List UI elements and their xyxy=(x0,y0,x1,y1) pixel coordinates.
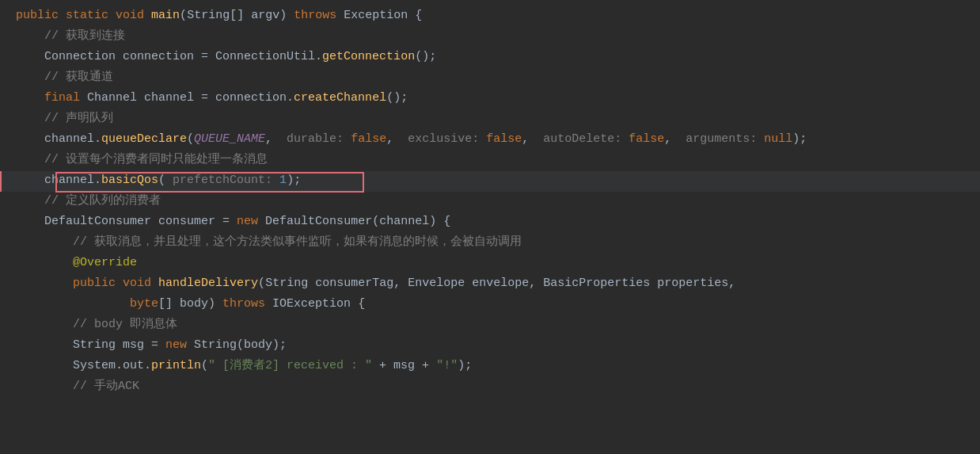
code-line-12: // 获取消息，并且处理，这个方法类似事件监听，如果有消息的时候，会被自动调用 xyxy=(0,233,980,254)
code-line-14: public void handleDelivery ( String cons… xyxy=(0,274,980,295)
code-line-5: final Channel channel = connection. crea… xyxy=(0,89,980,109)
method-main: main xyxy=(151,6,180,25)
keyword-byte: byte xyxy=(130,295,158,314)
keyword-throws-2: throws xyxy=(222,295,265,314)
param-prefetchcount: prefetchCount: xyxy=(165,171,272,190)
type-basicproperties: BasicProperties xyxy=(543,274,650,293)
comment-8: // 手动ACK xyxy=(73,377,139,396)
string-exclaim: "!" xyxy=(436,357,458,376)
type-ioexception: IOException xyxy=(272,295,351,314)
type-string-4: String xyxy=(194,336,237,355)
value-false-1: false xyxy=(351,130,386,149)
keyword-void: void xyxy=(116,6,144,25)
code-line-13: @Override xyxy=(0,254,980,274)
keyword-public: public xyxy=(16,6,59,25)
code-line-6: // 声明队列 xyxy=(0,109,980,130)
method-createchannel: createChannel xyxy=(294,89,386,108)
value-null: null xyxy=(764,130,792,149)
code-line-7: channel. queueDeclare ( QUEUE_NAME , dur… xyxy=(0,130,980,151)
method-getconnection: getConnection xyxy=(322,48,415,67)
type-string-2: String xyxy=(265,274,308,293)
type-envelope: Envelope xyxy=(408,274,465,293)
type-system: System xyxy=(73,357,116,376)
const-queue-name: QUEUE_NAME xyxy=(194,130,265,149)
type-exception: Exception xyxy=(344,6,408,25)
comment-2: // 获取通道 xyxy=(44,68,113,87)
type-connection: Connection xyxy=(44,48,116,67)
keyword-new-2: new xyxy=(165,336,187,355)
code-line-15: byte [] body) throws IOException { xyxy=(0,295,980,315)
param-durable: durable: xyxy=(287,130,344,149)
comment-4: // 设置每个消费者同时只能处理一条消息 xyxy=(44,151,268,170)
comment-7: // body 即消息体 xyxy=(73,315,177,334)
param-arguments: arguments: xyxy=(686,130,757,149)
code-line-16: // body 即消息体 xyxy=(0,315,980,336)
value-false-3: false xyxy=(629,130,664,149)
comment-3: // 声明队列 xyxy=(44,109,113,128)
param-autodelete: autoDelete: xyxy=(543,130,621,149)
code-line-2: // 获取到连接 xyxy=(0,27,980,48)
keyword-static: static xyxy=(66,6,108,25)
code-line-11: DefaultConsumer consumer = new DefaultCo… xyxy=(0,212,980,233)
code-line-3: Connection connection = ConnectionUtil .… xyxy=(0,48,980,68)
comment-5: // 定义队列的消费者 xyxy=(44,192,161,211)
keyword-void-2: void xyxy=(123,274,151,293)
method-queuedeclare: queueDeclare xyxy=(101,130,187,149)
method-println: println xyxy=(151,357,201,376)
type-defaultconsumer: DefaultConsumer xyxy=(44,212,151,231)
value-1: 1 xyxy=(279,171,287,190)
string-received: " [消费者2] received : " xyxy=(208,357,372,376)
code-line-8: // 设置每个消费者同时只能处理一条消息 xyxy=(0,151,980,171)
method-handledelivery: handleDelivery xyxy=(158,274,258,293)
type-string-3: String xyxy=(73,336,116,355)
value-false-2: false xyxy=(486,130,522,149)
code-line-17: String msg = new String (body); xyxy=(0,336,980,357)
code-line-1: public static void main ( String [] argv… xyxy=(0,6,980,27)
comment-1: // 获取到连接 xyxy=(44,27,125,46)
type-connectionutil: ConnectionUtil xyxy=(215,48,315,67)
keyword-throws: throws xyxy=(294,6,336,25)
code-line-19: // 手动ACK xyxy=(0,377,980,398)
comment-6: // 获取消息，并且处理，这个方法类似事件监听，如果有消息的时候，会被自动调用 xyxy=(73,233,522,252)
param-exclusive: exclusive: xyxy=(408,130,479,149)
keyword-final: final xyxy=(44,89,80,108)
code-line-9: channel. basicQos ( prefetchCount: 1 ); xyxy=(0,171,980,192)
type-channel: Channel xyxy=(87,89,137,108)
code-editor: public static void main ( String [] argv… xyxy=(0,0,980,454)
keyword-public-2: public xyxy=(73,274,116,293)
keyword-new: new xyxy=(237,212,258,231)
code-line-4: // 获取通道 xyxy=(0,68,980,89)
code-line-10: // 定义队列的消费者 xyxy=(0,192,980,212)
type-defaultconsumer-2: DefaultConsumer xyxy=(265,212,372,231)
type-string: String xyxy=(187,6,230,25)
annotation-override: @Override xyxy=(73,254,137,273)
code-line-18: System .out. println ( " [消费者2] received… xyxy=(0,357,980,377)
method-basicqos: basicQos xyxy=(101,171,158,190)
